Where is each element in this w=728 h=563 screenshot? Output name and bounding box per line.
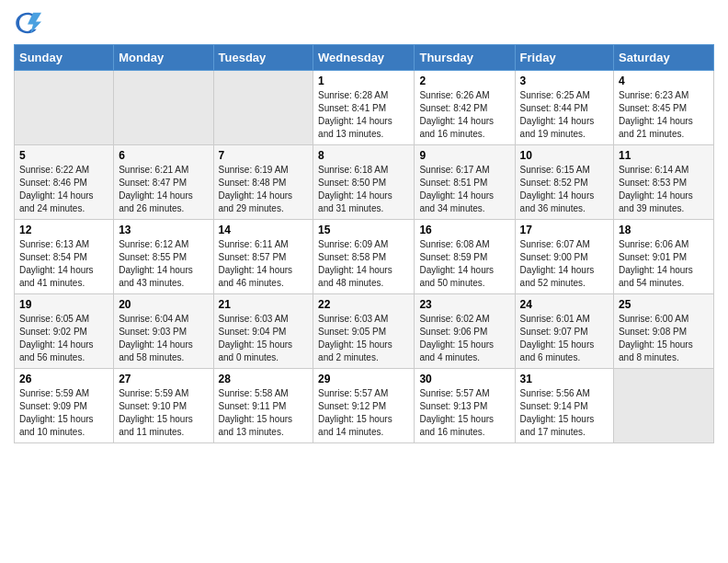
day-number: 7 <box>219 149 309 162</box>
week-row-3: 12Sunrise: 6:13 AM Sunset: 8:54 PM Dayli… <box>15 220 714 294</box>
calendar-cell: 9Sunrise: 6:17 AM Sunset: 8:51 PM Daylig… <box>415 145 515 220</box>
calendar-cell: 22Sunrise: 6:03 AM Sunset: 9:05 PM Dayli… <box>313 294 415 369</box>
day-number: 15 <box>318 224 409 236</box>
day-number: 14 <box>219 224 309 236</box>
day-number: 12 <box>19 224 108 236</box>
calendar-cell: 21Sunrise: 6:03 AM Sunset: 9:04 PM Dayli… <box>213 294 313 369</box>
day-number: 4 <box>619 75 709 87</box>
day-number: 16 <box>419 224 509 236</box>
day-info: Sunrise: 6:08 AM Sunset: 8:59 PM Dayligh… <box>419 238 509 290</box>
calendar-cell <box>15 71 114 145</box>
calendar-cell: 18Sunrise: 6:06 AM Sunset: 9:01 PM Dayli… <box>614 220 714 294</box>
day-info: Sunrise: 5:59 AM Sunset: 9:10 PM Dayligh… <box>119 387 208 439</box>
day-info: Sunrise: 6:04 AM Sunset: 9:03 PM Dayligh… <box>119 313 208 364</box>
day-info: Sunrise: 6:19 AM Sunset: 8:48 PM Dayligh… <box>219 164 309 215</box>
day-number: 22 <box>318 298 409 311</box>
calendar-cell: 1Sunrise: 6:28 AM Sunset: 8:41 PM Daylig… <box>313 71 415 145</box>
day-number: 24 <box>520 298 609 311</box>
calendar-cell: 25Sunrise: 6:00 AM Sunset: 9:08 PM Dayli… <box>614 294 714 369</box>
logo-icon <box>14 9 41 37</box>
day-info: Sunrise: 6:14 AM Sunset: 8:53 PM Dayligh… <box>619 164 709 215</box>
day-number: 5 <box>19 149 108 162</box>
header-wednesday: Wednesday <box>313 45 415 71</box>
day-number: 19 <box>19 298 108 311</box>
calendar-cell: 28Sunrise: 5:58 AM Sunset: 9:11 PM Dayli… <box>213 369 313 443</box>
day-info: Sunrise: 6:02 AM Sunset: 9:06 PM Dayligh… <box>419 313 509 364</box>
calendar-cell: 4Sunrise: 6:23 AM Sunset: 8:45 PM Daylig… <box>614 71 714 145</box>
calendar-cell: 26Sunrise: 5:59 AM Sunset: 9:09 PM Dayli… <box>15 369 114 443</box>
calendar-cell: 20Sunrise: 6:04 AM Sunset: 9:03 PM Dayli… <box>114 294 213 369</box>
day-info: Sunrise: 5:57 AM Sunset: 9:12 PM Dayligh… <box>318 387 409 439</box>
day-info: Sunrise: 6:17 AM Sunset: 8:51 PM Dayligh… <box>419 164 509 215</box>
day-info: Sunrise: 6:22 AM Sunset: 8:46 PM Dayligh… <box>19 164 108 215</box>
day-number: 10 <box>520 149 609 162</box>
calendar-cell: 6Sunrise: 6:21 AM Sunset: 8:47 PM Daylig… <box>114 145 213 220</box>
day-number: 25 <box>619 298 709 311</box>
header-tuesday: Tuesday <box>213 45 313 71</box>
calendar-cell: 29Sunrise: 5:57 AM Sunset: 9:12 PM Dayli… <box>313 369 415 443</box>
day-info: Sunrise: 6:11 AM Sunset: 8:57 PM Dayligh… <box>219 238 309 290</box>
day-number: 6 <box>119 149 208 162</box>
day-info: Sunrise: 6:00 AM Sunset: 9:08 PM Dayligh… <box>619 313 709 364</box>
day-number: 13 <box>119 224 208 236</box>
day-info: Sunrise: 5:58 AM Sunset: 9:11 PM Dayligh… <box>219 387 309 439</box>
day-info: Sunrise: 6:06 AM Sunset: 9:01 PM Dayligh… <box>619 238 709 290</box>
day-info: Sunrise: 6:25 AM Sunset: 8:44 PM Dayligh… <box>520 89 609 141</box>
calendar-cell: 14Sunrise: 6:11 AM Sunset: 8:57 PM Dayli… <box>213 220 313 294</box>
day-info: Sunrise: 6:09 AM Sunset: 8:58 PM Dayligh… <box>318 238 409 290</box>
header-sunday: Sunday <box>15 45 114 71</box>
header-saturday: Saturday <box>614 45 714 71</box>
day-info: Sunrise: 5:57 AM Sunset: 9:13 PM Dayligh… <box>419 387 509 439</box>
day-number: 28 <box>219 373 309 385</box>
day-info: Sunrise: 6:03 AM Sunset: 9:05 PM Dayligh… <box>318 313 409 364</box>
week-row-4: 19Sunrise: 6:05 AM Sunset: 9:02 PM Dayli… <box>15 294 714 369</box>
week-row-1: 1Sunrise: 6:28 AM Sunset: 8:41 PM Daylig… <box>15 71 714 145</box>
calendar-cell: 2Sunrise: 6:26 AM Sunset: 8:42 PM Daylig… <box>415 71 515 145</box>
calendar-cell: 10Sunrise: 6:15 AM Sunset: 8:52 PM Dayli… <box>515 145 613 220</box>
day-info: Sunrise: 5:59 AM Sunset: 9:09 PM Dayligh… <box>19 387 108 439</box>
day-info: Sunrise: 6:03 AM Sunset: 9:04 PM Dayligh… <box>219 313 309 364</box>
calendar-cell <box>114 71 213 145</box>
header-thursday: Thursday <box>415 45 515 71</box>
day-info: Sunrise: 6:23 AM Sunset: 8:45 PM Dayligh… <box>619 89 709 141</box>
day-info: Sunrise: 6:18 AM Sunset: 8:50 PM Dayligh… <box>318 164 409 215</box>
week-row-2: 5Sunrise: 6:22 AM Sunset: 8:46 PM Daylig… <box>15 145 714 220</box>
day-info: Sunrise: 6:12 AM Sunset: 8:55 PM Dayligh… <box>119 238 208 290</box>
day-info: Sunrise: 6:21 AM Sunset: 8:47 PM Dayligh… <box>119 164 208 215</box>
day-info: Sunrise: 6:01 AM Sunset: 9:07 PM Dayligh… <box>520 313 609 364</box>
day-number: 31 <box>520 373 609 385</box>
day-number: 3 <box>520 75 609 87</box>
week-row-5: 26Sunrise: 5:59 AM Sunset: 9:09 PM Dayli… <box>15 369 714 443</box>
day-number: 27 <box>119 373 208 385</box>
day-number: 23 <box>419 298 509 311</box>
logo <box>14 9 45 37</box>
day-info: Sunrise: 6:26 AM Sunset: 8:42 PM Dayligh… <box>419 89 509 141</box>
day-info: Sunrise: 6:05 AM Sunset: 9:02 PM Dayligh… <box>19 313 108 364</box>
calendar-cell: 27Sunrise: 5:59 AM Sunset: 9:10 PM Dayli… <box>114 369 213 443</box>
calendar-cell: 11Sunrise: 6:14 AM Sunset: 8:53 PM Dayli… <box>614 145 714 220</box>
day-info: Sunrise: 6:28 AM Sunset: 8:41 PM Dayligh… <box>318 89 409 141</box>
calendar-cell: 8Sunrise: 6:18 AM Sunset: 8:50 PM Daylig… <box>313 145 415 220</box>
header-friday: Friday <box>515 45 613 71</box>
calendar-cell: 24Sunrise: 6:01 AM Sunset: 9:07 PM Dayli… <box>515 294 613 369</box>
day-number: 11 <box>619 149 709 162</box>
day-number: 21 <box>219 298 309 311</box>
calendar-cell: 30Sunrise: 5:57 AM Sunset: 9:13 PM Dayli… <box>415 369 515 443</box>
calendar-cell: 7Sunrise: 6:19 AM Sunset: 8:48 PM Daylig… <box>213 145 313 220</box>
calendar-cell: 15Sunrise: 6:09 AM Sunset: 8:58 PM Dayli… <box>313 220 415 294</box>
day-number: 2 <box>419 75 509 87</box>
day-number: 26 <box>19 373 108 385</box>
day-number: 17 <box>520 224 609 236</box>
calendar-cell: 13Sunrise: 6:12 AM Sunset: 8:55 PM Dayli… <box>114 220 213 294</box>
day-number: 20 <box>119 298 208 311</box>
day-info: Sunrise: 6:15 AM Sunset: 8:52 PM Dayligh… <box>520 164 609 215</box>
day-info: Sunrise: 6:13 AM Sunset: 8:54 PM Dayligh… <box>19 238 108 290</box>
header-monday: Monday <box>114 45 213 71</box>
calendar-cell <box>213 71 313 145</box>
day-number: 18 <box>619 224 709 236</box>
calendar-cell: 17Sunrise: 6:07 AM Sunset: 9:00 PM Dayli… <box>515 220 613 294</box>
day-number: 8 <box>318 149 409 162</box>
calendar-cell <box>614 369 714 443</box>
calendar-table: SundayMondayTuesdayWednesdayThursdayFrid… <box>14 44 714 443</box>
calendar-header-row: SundayMondayTuesdayWednesdayThursdayFrid… <box>15 45 714 71</box>
